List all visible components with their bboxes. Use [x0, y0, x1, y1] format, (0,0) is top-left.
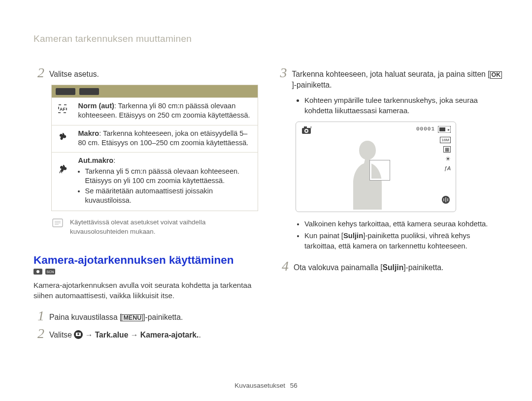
text-part: Kun painat [	[304, 232, 343, 240]
shot-counter: 00001	[416, 126, 435, 132]
focus-table: AF Norm (aut): Tarkenna yli 80 cm:n pääs…	[51, 85, 258, 211]
text-part: .	[199, 331, 200, 339]
bold-text: Suljin	[343, 232, 363, 240]
left-column: 2 Valitse asetus. AF Norm (aut	[33, 66, 258, 344]
row-title: Aut.makro	[78, 156, 114, 164]
page: Kameran tarkennuksen muuttaminen 2 Valit…	[0, 0, 532, 401]
bullet-item: Kohteen ympärille tulee tarkennuskehys, …	[304, 95, 502, 116]
grid-icon: ▦	[443, 146, 451, 153]
svg-rect-19	[439, 127, 445, 131]
row-text: :	[113, 156, 115, 164]
note-icon	[51, 218, 65, 231]
note: Käytettävissä olevat asetukset voivat va…	[51, 218, 258, 236]
row-title: Makro	[78, 129, 100, 137]
section-intro: Kamera-ajotarkennuksen avulla voit seura…	[33, 280, 258, 301]
step-text: Tarkenna kohteeseen, jota haluat seurata…	[292, 66, 502, 91]
row-body: Aut.makro: Tarkenna yli 5 cm:n päässä ol…	[74, 152, 258, 211]
svg-point-10	[36, 270, 39, 273]
step-text: Paina kuvaustilassa [MENU]-painiketta.	[49, 309, 183, 323]
table-row: Makro: Tarkenna kohteeseen, joka on etäi…	[52, 125, 258, 152]
row-icon-af: AF	[52, 98, 74, 125]
menu-icon: MENU	[122, 314, 143, 322]
step-3: 3 Tarkenna kohteeseen, jota haluat seura…	[278, 66, 502, 91]
step-2-left: 2 Valitse asetus.	[33, 66, 258, 80]
bullet-item: Se määritetään automaattisesti joissakin…	[85, 186, 253, 205]
row-icon-macro	[52, 125, 74, 152]
stabilization-icon	[441, 195, 451, 207]
storage-icon: ▸	[438, 126, 451, 135]
page-footer: Kuvausasetukset 56	[0, 382, 532, 389]
step-4: 4 Ota valokuva painamalla [Suljin]-paini…	[278, 259, 502, 273]
camera-mode-icon: P	[301, 126, 312, 137]
bold-text: Tark.alue	[95, 331, 129, 339]
tracking-frame	[370, 160, 390, 180]
camera-preview: P 00001 ▸ 16M ▦ ☀ ƒA	[296, 122, 456, 212]
side-indicators: 16M ▦ ☀ ƒA	[440, 137, 451, 171]
wb-icon: ☀	[445, 155, 451, 162]
text-part: ]-painiketta.	[403, 263, 443, 272]
right-column: 3 Tarkenna kohteeseen, jota haluat seura…	[278, 66, 502, 344]
flower-icon	[57, 131, 68, 142]
row-body: Norm (aut): Tarkenna yli 80 cm:n päässä …	[74, 98, 258, 125]
row-text: : Tarkenna kohteeseen, joka on etäisyyde…	[78, 129, 249, 147]
mode-icons	[56, 88, 258, 95]
flower-a-icon: A	[57, 163, 68, 174]
af-icon: AF	[57, 103, 68, 114]
svg-text:▸: ▸	[448, 127, 450, 132]
step-text: Valitse asetus.	[49, 66, 99, 80]
note-text: Käytettävissä olevat asetukset voivat va…	[70, 218, 258, 236]
svg-text:AF: AF	[60, 107, 66, 112]
svg-rect-16	[304, 126, 307, 128]
bold-text: Suljin	[383, 263, 404, 272]
text-part: Tarkenna kohteeseen, jota haluat seurata…	[292, 70, 490, 78]
row-bullets: Tarkenna yli 5 cm:n päässä olevaan kohte…	[78, 167, 253, 206]
text-part: ]-painiketta.	[143, 313, 183, 321]
footer-section: Kuvausasetukset	[234, 382, 285, 389]
table-row: A Aut.makro: Tarkenna yli 5 cm:n päässä …	[52, 152, 258, 211]
resolution-badge: 16M	[440, 137, 451, 143]
step-number: 3	[278, 66, 287, 80]
camera-icon	[74, 330, 83, 339]
step-2: 2 Valitse → Tark.alue → Kamera-ajotark..	[33, 327, 258, 340]
section-heading: Kamera-ajotarkennuksen käyttäminen	[33, 254, 258, 267]
columns: 2 Valitse asetus. AF Norm (aut	[33, 66, 502, 344]
step-1: 1 Paina kuvaustilassa [MENU]-painiketta.	[33, 309, 258, 323]
svg-rect-1	[79, 88, 99, 95]
bullet-item: Tarkenna yli 5 cm:n päässä olevaan kohte…	[85, 167, 253, 185]
text-part: →	[83, 331, 95, 339]
bullet-item: Valkoinen kehys tarkoittaa, että kamera …	[304, 219, 502, 229]
page-number: 56	[290, 382, 298, 389]
text-part: ]-painiketta.	[292, 81, 332, 89]
svg-point-15	[305, 130, 307, 132]
bullet-item: Kun painat [Suljin]-painiketta puoliksi,…	[304, 231, 502, 251]
step-number: 2	[33, 66, 44, 80]
page-title: Kameran tarkennuksen muuttaminen	[33, 33, 502, 44]
step-number: 1	[33, 309, 44, 323]
step-3-bullets: Kohteen ympärille tulee tarkennuskehys, …	[278, 95, 502, 116]
svg-text:P: P	[310, 126, 312, 129]
after-preview-bullets: Valkoinen kehys tarkoittaa, että kamera …	[278, 219, 502, 251]
svg-rect-0	[56, 88, 75, 95]
step-number: 2	[33, 327, 44, 340]
text-part: Ota valokuva painamalla [	[294, 263, 383, 272]
flash-icon: ƒA	[444, 165, 451, 171]
step-number: 4	[278, 259, 289, 273]
row-icon-automacro: A	[52, 152, 74, 211]
text-part: →	[128, 331, 140, 339]
table-header	[52, 85, 258, 98]
step-text: Ota valokuva painamalla [Suljin]-painike…	[294, 259, 443, 273]
row-title: Norm (aut)	[78, 102, 114, 110]
svg-text:A: A	[59, 169, 63, 174]
step-text: Valitse → Tark.alue → Kamera-ajotark..	[49, 327, 201, 340]
ok-icon: OK	[490, 71, 502, 79]
text-part: Valitse	[49, 331, 74, 339]
text-part: Paina kuvaustilassa [	[49, 313, 122, 321]
svg-text:SCN: SCN	[47, 270, 54, 274]
bold-text: Kamera-ajotark.	[140, 331, 199, 339]
mode-icons-row: SCN	[33, 269, 258, 278]
table-row: AF Norm (aut): Tarkenna yli 80 cm:n pääs…	[52, 98, 258, 125]
row-body: Makro: Tarkenna kohteeseen, joka on etäi…	[74, 125, 258, 152]
